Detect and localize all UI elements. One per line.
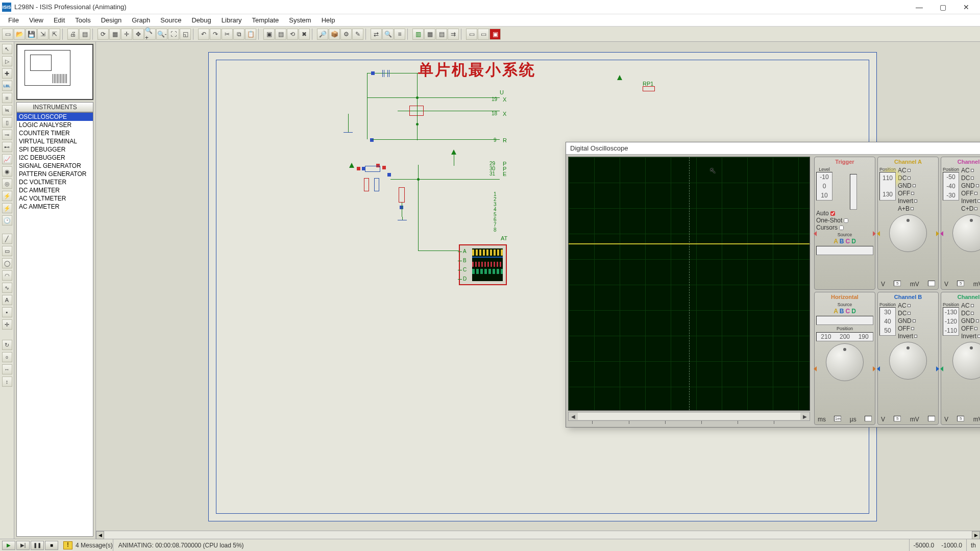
- pause-button[interactable]: ❚❚: [31, 541, 44, 550]
- bus-mode-icon[interactable]: ≒: [2, 105, 12, 115]
- ch-d-volts-div-knob[interactable]: [952, 342, 980, 380]
- zoom-fit-icon[interactable]: ⛶: [168, 29, 179, 40]
- instrument-item[interactable]: OSCILLOSCOPE: [17, 113, 93, 121]
- capacitor[interactable]: [382, 70, 384, 77]
- menu-edit[interactable]: Edit: [48, 15, 70, 25]
- page-icon[interactable]: ▤: [79, 29, 90, 40]
- instrument-item[interactable]: I2C DEBUGGER: [17, 154, 93, 162]
- report-icon[interactable]: ▭: [466, 29, 477, 40]
- junction-mode-icon[interactable]: ✚: [2, 68, 12, 79]
- instrument-item[interactable]: SPI DEBUGGER: [17, 145, 93, 154]
- hsrc-d[interactable]: D: [851, 308, 856, 315]
- zoom-area-icon[interactable]: ◱: [180, 29, 191, 40]
- subcircuit-icon[interactable]: ▯: [2, 117, 12, 128]
- label-mode-icon[interactable]: LBL: [2, 81, 12, 91]
- warning-icon[interactable]: [63, 541, 72, 549]
- rect-icon[interactable]: ▭: [2, 246, 12, 256]
- arc-icon[interactable]: ◠: [2, 270, 12, 281]
- ch-d-ac[interactable]: [971, 304, 974, 307]
- src-d[interactable]: D: [851, 238, 856, 245]
- horiz-source-slider[interactable]: [816, 316, 873, 325]
- menu-source[interactable]: Source: [155, 15, 186, 25]
- ch-b-position-slider[interactable]: 304050: [879, 307, 896, 336]
- refresh-icon[interactable]: ⟳: [97, 29, 109, 40]
- ares-icon[interactable]: ⇉: [448, 29, 459, 40]
- hsrc-a[interactable]: A: [834, 308, 838, 315]
- ch-c-cd[interactable]: [974, 207, 977, 210]
- scroll-left-icon[interactable]: ◀: [96, 531, 104, 539]
- menu-tools[interactable]: Tools: [70, 15, 95, 25]
- ch-b-gnd[interactable]: [913, 319, 916, 322]
- pick-icon[interactable]: 🔎: [317, 29, 328, 40]
- oscilloscope-display[interactable]: [568, 157, 810, 411]
- bom-icon[interactable]: ▤: [436, 29, 447, 40]
- oscilloscope-scroll[interactable]: ◀ ▶: [568, 412, 810, 421]
- pin-icon[interactable]: ⊷: [2, 142, 12, 152]
- ares-launch-icon[interactable]: ▣: [489, 29, 501, 40]
- instrument-item[interactable]: VIRTUAL TERMINAL: [17, 137, 93, 145]
- oscilloscope-component[interactable]: A B C D: [459, 244, 507, 285]
- menu-system[interactable]: System: [284, 15, 316, 25]
- rotate-angle-icon[interactable]: 0: [2, 352, 12, 362]
- osc-scroll-right-icon[interactable]: ▶: [800, 414, 810, 419]
- oscilloscope-titlebar[interactable]: Digital Oscilloscope ✕: [566, 142, 980, 155]
- ch-b-dc[interactable]: [908, 312, 911, 315]
- oneshot-checkbox[interactable]: [844, 218, 848, 223]
- make-icon[interactable]: ⚙: [340, 29, 352, 40]
- ch-a-position-slider[interactable]: 110130: [879, 172, 896, 201]
- src-a[interactable]: A: [834, 238, 838, 245]
- trigger-level-slider[interactable]: -10010: [816, 172, 832, 201]
- copy-icon[interactable]: ⧉: [233, 29, 244, 40]
- canvas-hscroll[interactable]: ◀ ▶: [96, 531, 980, 539]
- origin-icon[interactable]: ✛: [121, 29, 132, 40]
- ch-b-volts-div-knob[interactable]: [889, 342, 927, 380]
- marker-icon[interactable]: ✛: [2, 319, 12, 330]
- horiz-position-slider[interactable]: 210 200 190: [816, 332, 873, 341]
- new-icon[interactable]: ▭: [2, 29, 13, 40]
- pan-icon[interactable]: ✥: [133, 29, 144, 40]
- menu-design[interactable]: Design: [96, 15, 127, 25]
- ch-c-dc[interactable]: [971, 177, 974, 180]
- erc-icon[interactable]: ▦: [424, 29, 435, 40]
- paste-icon[interactable]: 📋: [245, 29, 256, 40]
- ch-a-gnd[interactable]: [913, 184, 916, 187]
- ch-a-ac[interactable]: [908, 169, 911, 172]
- undo-icon[interactable]: ↶: [198, 29, 209, 40]
- menu-debug[interactable]: Debug: [186, 15, 216, 25]
- instrument-list[interactable]: OSCILLOSCOPELOGIC ANALYSERCOUNTER TIMERV…: [16, 112, 93, 537]
- line-icon[interactable]: ╱: [2, 234, 12, 244]
- instrument-item[interactable]: PATTERN GENERATOR: [17, 170, 93, 178]
- src-b[interactable]: B: [840, 238, 844, 245]
- ch-c-gnd[interactable]: [976, 184, 979, 187]
- ch-b-invert[interactable]: [914, 335, 917, 338]
- resistor2[interactable]: [374, 178, 379, 191]
- block-move-icon[interactable]: ▤: [275, 29, 286, 40]
- menu-help[interactable]: Help: [316, 15, 340, 25]
- search-icon[interactable]: 🔍: [382, 29, 394, 40]
- redo-icon[interactable]: ↷: [210, 29, 221, 40]
- mirror-v-icon[interactable]: ↕: [2, 377, 12, 387]
- timebase-knob[interactable]: [826, 343, 864, 381]
- step-button[interactable]: ▶|: [16, 541, 30, 550]
- switch[interactable]: [365, 166, 380, 172]
- instrument-item[interactable]: COUNTER TIMER: [17, 129, 93, 137]
- block-rotate-icon[interactable]: ⟲: [287, 29, 298, 40]
- save-icon[interactable]: 💾: [26, 29, 37, 40]
- hsrc-c[interactable]: C: [846, 308, 850, 315]
- graph-mode-icon[interactable]: 📈: [2, 154, 12, 164]
- zoom-out-icon[interactable]: 🔍-: [156, 29, 167, 40]
- osc-scroll-left-icon[interactable]: ◀: [569, 414, 578, 419]
- probe-v-icon[interactable]: ⚡: [2, 191, 12, 201]
- ch-b-off[interactable]: [911, 327, 914, 330]
- path-icon[interactable]: ∿: [2, 283, 12, 293]
- terminal-icon[interactable]: ⊸: [2, 130, 12, 140]
- instrument-item[interactable]: DC VOLTMETER: [17, 178, 93, 186]
- property-icon[interactable]: ≡: [394, 29, 405, 40]
- play-button[interactable]: ▶: [2, 541, 15, 550]
- menu-file[interactable]: File: [3, 15, 24, 25]
- overview-preview[interactable]: [16, 44, 93, 100]
- maximize-button[interactable]: ▢: [931, 0, 954, 14]
- tape-icon[interactable]: ◉: [2, 166, 12, 177]
- menu-graph[interactable]: Graph: [127, 15, 155, 25]
- oscilloscope-window[interactable]: Digital Oscilloscope ✕ ◀ ▶: [566, 142, 980, 428]
